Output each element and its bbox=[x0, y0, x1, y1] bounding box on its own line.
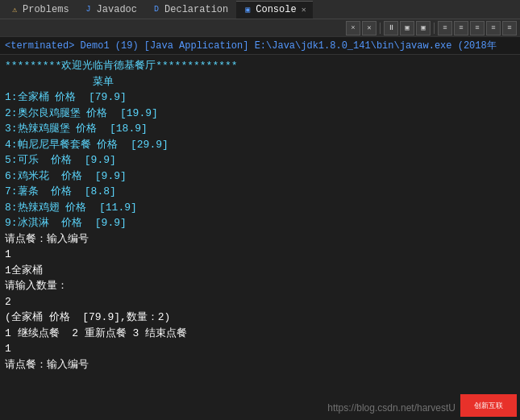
console-line: 8:热辣鸡翅 价格 [11.9] bbox=[5, 200, 515, 216]
console-line: 请点餐：输入编号 bbox=[5, 357, 515, 373]
tab-javadoc-label: Javadoc bbox=[97, 4, 137, 15]
remove-button[interactable]: ✕ bbox=[362, 21, 376, 35]
console-line: 1 继续点餐 2 重新点餐 3 结束点餐 bbox=[5, 326, 515, 342]
console-line: 6:鸡米花 价格 [9.9] bbox=[5, 168, 515, 185]
console-line: 4:帕尼尼早餐套餐 价格 [29.9] bbox=[5, 137, 515, 153]
tool-btn-7[interactable]: ≡ bbox=[502, 21, 517, 35]
console-line: 菜单 bbox=[5, 74, 515, 90]
tab-javadoc[interactable]: J Javadoc bbox=[77, 1, 144, 19]
console-line: 2 bbox=[5, 294, 515, 310]
tab-declaration[interactable]: D Declaration bbox=[145, 1, 235, 19]
console-line: 1 bbox=[5, 341, 515, 357]
console-line: 请点餐：输入编号 bbox=[5, 231, 515, 247]
tool-btn-6[interactable]: ≡ bbox=[486, 21, 501, 35]
toolbar-separator-2 bbox=[434, 23, 435, 34]
tab-console[interactable]: ▣ Console ✕ bbox=[236, 1, 312, 19]
status-bar: <terminated> Demo1 (19) [Java Applicatio… bbox=[0, 37, 520, 55]
console-line: 9:冰淇淋 价格 [9.9] bbox=[5, 215, 515, 231]
console-line: (全家桶 价格 [79.9],数量：2) bbox=[5, 310, 515, 326]
console-line: 1全家桶 bbox=[5, 263, 515, 279]
console-line: 1 bbox=[5, 247, 515, 263]
console-line: 1:全家桶 价格 [79.9] bbox=[5, 89, 515, 106]
console-output[interactable]: *********欢迎光临肯德基餐厅************* 菜单1:全家桶 … bbox=[0, 55, 520, 420]
tab-problems-label: Problems bbox=[23, 4, 69, 15]
tool-btn-2[interactable]: ▣ bbox=[416, 21, 431, 35]
tool-btn-4[interactable]: ≡ bbox=[454, 21, 468, 35]
pause-button[interactable]: ⏸ bbox=[384, 21, 398, 35]
tab-bar: ⚠ Problems J Javadoc D Declaration ▣ Con… bbox=[0, 0, 520, 19]
toolbar-separator-1 bbox=[380, 23, 381, 34]
tab-console-label: Console bbox=[256, 4, 296, 15]
console-line: 7:薯条 价格 [8.8] bbox=[5, 184, 515, 200]
console-icon: ▣ bbox=[243, 5, 252, 15]
console-line: *********欢迎光临肯德基餐厅************* bbox=[5, 58, 515, 74]
javadoc-icon: J bbox=[84, 5, 94, 15]
tab-problems[interactable]: ⚠ Problems bbox=[3, 1, 76, 19]
console-line: 2:奥尔良鸡腿堡 价格 [19.9] bbox=[5, 106, 515, 122]
declaration-icon: D bbox=[152, 5, 161, 15]
console-toolbar: × ✕ ⏸ ▣ ▣ ≡ ≡ ≡ ≡ ≡ bbox=[0, 19, 520, 37]
tool-btn-1[interactable]: ▣ bbox=[400, 21, 414, 35]
tool-btn-5[interactable]: ≡ bbox=[470, 21, 485, 35]
watermark-logo: 创新互联 bbox=[460, 394, 517, 417]
tab-declaration-label: Declaration bbox=[164, 4, 228, 15]
tool-btn-3[interactable]: ≡ bbox=[438, 21, 452, 35]
console-line: 5:可乐 价格 [9.9] bbox=[5, 152, 515, 168]
console-line: 3:热辣鸡腿堡 价格 [18.9] bbox=[5, 121, 515, 137]
terminate-button[interactable]: × bbox=[346, 21, 360, 35]
console-line: 请输入数量： bbox=[5, 278, 515, 294]
problems-icon: ⚠ bbox=[10, 5, 19, 15]
status-text: <terminated> Demo1 (19) [Java Applicatio… bbox=[5, 40, 497, 52]
console-close-button[interactable]: ✕ bbox=[302, 5, 306, 15]
